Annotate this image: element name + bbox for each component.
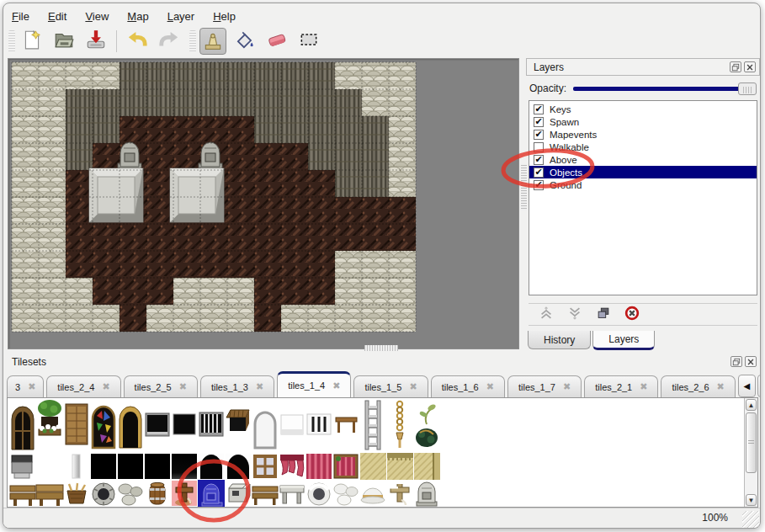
tileset-tab-tiles_2_5[interactable]: tiles_2_5✖ <box>124 375 198 397</box>
resize-grip[interactable] <box>742 511 759 528</box>
layer-row-above[interactable]: ✔Above <box>529 153 757 166</box>
close-tab-icon[interactable]: ✖ <box>717 381 725 392</box>
tileset-tab-tiles_1_3[interactable]: tiles_1_3✖ <box>200 375 274 397</box>
tileset-tab-tiles_1_5[interactable]: tiles_1_5✖ <box>353 375 428 397</box>
tileset-tab-tiles_1_7[interactable]: tiles_1_7✖ <box>507 375 582 397</box>
layer-visibility-checkbox[interactable]: ✔ <box>534 168 544 178</box>
opacity-label: Opacity: <box>529 82 566 94</box>
down-icon <box>567 306 582 324</box>
opacity-slider-track <box>573 87 755 91</box>
layer-row-objects[interactable]: ✔Objects <box>529 166 757 178</box>
opacity-slider[interactable] <box>573 82 757 95</box>
tileset-tab-tiles_1_4[interactable]: tiles_1_4✖ <box>277 371 351 397</box>
layer-row-keys[interactable]: ✔Keys <box>529 103 757 115</box>
close-tab-icon[interactable]: ✖ <box>640 381 647 392</box>
tileset-tab-label: tiles_1_6 <box>442 382 479 392</box>
scroll-tabs-left-icon[interactable]: ◀ <box>738 375 756 397</box>
layer-name: Walkable <box>550 142 589 152</box>
close-tab-icon[interactable]: ✖ <box>102 381 109 392</box>
close-tab-icon[interactable]: ✖ <box>256 381 263 392</box>
close-tab-icon[interactable]: ✖ <box>563 381 571 392</box>
map-editor-window: FileEditViewMapLayerHelp Layers Opacity: <box>3 3 761 529</box>
scroll-up-icon[interactable]: ▲ <box>746 399 757 411</box>
redo-button[interactable] <box>156 28 183 55</box>
tileset-tab-tiles_2_1[interactable]: tiles_2_1✖ <box>584 375 658 397</box>
layer-name: Spawn <box>550 117 579 127</box>
stamp-tool-button[interactable] <box>199 28 226 55</box>
float-panel-icon[interactable] <box>730 61 741 72</box>
layer-visibility-checkbox[interactable] <box>534 142 544 152</box>
dock-tabs: HistoryLayers <box>528 331 656 350</box>
float-panel-icon[interactable] <box>730 356 742 367</box>
close-tab-icon[interactable]: ✖ <box>179 381 187 392</box>
eraser-tool-button[interactable] <box>263 28 290 55</box>
menu-item-view[interactable]: View <box>85 10 109 23</box>
fill-icon <box>234 29 256 54</box>
tileset-tab-3[interactable]: 3✖ <box>7 375 44 397</box>
scroll-tabs-right-icon[interactable]: ▶ <box>757 375 761 397</box>
map-canvas[interactable] <box>8 58 519 349</box>
tileset-tab-label: tiles_2_4 <box>57 382 94 392</box>
redo-icon <box>158 29 180 54</box>
move-layer-up-button[interactable] <box>537 306 555 323</box>
layer-visibility-checkbox[interactable]: ✔ <box>534 130 544 140</box>
layer-visibility-checkbox[interactable]: ✔ <box>534 155 544 165</box>
layer-visibility-checkbox[interactable]: ✔ <box>534 104 544 114</box>
layer-visibility-checkbox[interactable]: ✔ <box>534 117 544 127</box>
select-tool-button[interactable] <box>295 28 322 55</box>
undo-icon <box>126 29 148 54</box>
menu-item-layer[interactable]: Layer <box>167 10 195 23</box>
close-tab-icon[interactable]: ✖ <box>486 381 494 392</box>
horizontal-splitter-handle[interactable] <box>364 345 398 351</box>
screenshot-stage: FileEditViewMapLayerHelp Layers Opacity: <box>0 0 765 532</box>
layer-row-mapevents[interactable]: ✔Mapevents <box>529 128 757 141</box>
tileset-view[interactable]: ▲ ▼ <box>7 397 758 508</box>
dock-tab-history[interactable]: History <box>528 331 591 349</box>
tileset-tab-bar: 3✖tiles_2_4✖tiles_2_5✖tiles_1_3✖tiles_1_… <box>7 371 758 397</box>
move-layer-down-button[interactable] <box>566 306 584 323</box>
tileset-tab-label: 3 <box>15 382 20 392</box>
toolbar-grip[interactable] <box>8 30 15 52</box>
fill-tool-button[interactable] <box>231 28 258 55</box>
tileset-tab-tiles_2_4[interactable]: tiles_2_4✖ <box>46 375 120 397</box>
layer-action-buttons <box>529 303 757 326</box>
close-panel-icon[interactable] <box>744 61 756 72</box>
save-icon <box>85 29 107 54</box>
stamp-icon <box>202 29 224 54</box>
tileset-tab-label: tiles_1_5 <box>364 382 401 392</box>
layer-row-ground[interactable]: ✔Ground <box>529 178 757 191</box>
toolbar-grip[interactable] <box>189 30 196 52</box>
close-tab-icon[interactable]: ✖ <box>28 381 35 392</box>
close-tab-icon[interactable]: ✖ <box>409 381 417 392</box>
close-panel-icon[interactable] <box>745 356 757 367</box>
undo-button[interactable] <box>124 28 151 55</box>
duplicate-layer-button[interactable] <box>594 306 613 323</box>
menu-item-map[interactable]: Map <box>127 10 148 23</box>
open-map-button[interactable] <box>50 28 77 55</box>
delete-icon <box>624 306 640 324</box>
layer-name: Above <box>550 155 577 165</box>
menu-item-edit[interactable]: Edit <box>48 10 66 23</box>
menu-item-help[interactable]: Help <box>213 10 236 23</box>
layer-row-spawn[interactable]: ✔Spawn <box>529 115 757 128</box>
scrollbar-thumb[interactable] <box>746 412 757 473</box>
new-file-button[interactable] <box>19 28 45 55</box>
status-bar: 100% <box>3 508 760 529</box>
scroll-down-icon[interactable]: ▼ <box>746 494 757 506</box>
close-tab-icon[interactable]: ✖ <box>332 380 340 391</box>
tileset-tab-label: tiles_1_7 <box>518 382 555 392</box>
toolbar <box>7 26 757 56</box>
dock-tab-layers[interactable]: Layers <box>592 331 655 350</box>
delete-layer-button[interactable] <box>623 306 641 323</box>
menu-item-file[interactable]: File <box>12 10 29 23</box>
tileset-tab-tiles_2_6[interactable]: tiles_2_6✖ <box>661 375 735 397</box>
tilesets-header-buttons <box>728 356 757 367</box>
opacity-slider-handle[interactable] <box>738 82 757 95</box>
layer-name: Keys <box>550 104 571 114</box>
layer-row-walkable[interactable]: Walkable <box>529 141 757 153</box>
save-map-button[interactable] <box>82 28 109 55</box>
tileset-scrollbar[interactable]: ▲ ▼ <box>744 398 757 507</box>
layers-panel: Layers Opacity: ✔Keys✔Spawn✔MapeventsWal… <box>526 58 760 350</box>
layer-visibility-checkbox[interactable]: ✔ <box>534 180 544 190</box>
tileset-tab-tiles_1_6[interactable]: tiles_1_6✖ <box>431 375 505 397</box>
